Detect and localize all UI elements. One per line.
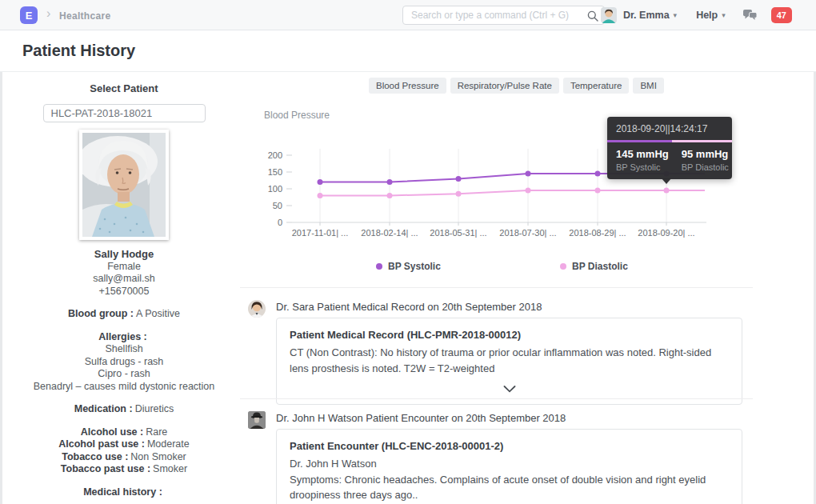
- timeline-entry-encounter: Dr. John H Watson Patient Encounter on 2…: [240, 398, 753, 504]
- tooltip-timestamp: 2018-09-20||14:24:17: [607, 117, 732, 140]
- page-header: Patient History: [0, 30, 816, 72]
- patient-name: Sally Hodge: [16, 248, 232, 261]
- svg-text:2018-02-14| ...: 2018-02-14| ...: [361, 228, 418, 238]
- medication-value: Diuretics: [135, 403, 174, 414]
- chart-title: Blood Pressure: [264, 110, 330, 121]
- blood-group-row: Blood group :A Positive: [16, 308, 232, 321]
- habit-row: Tobacco use :Non Smoker: [16, 451, 232, 464]
- legend-label: BP Systolic: [388, 261, 441, 272]
- breadcrumb[interactable]: Healthcare: [59, 10, 110, 22]
- expand-chevron-down-icon[interactable]: [498, 382, 521, 397]
- diastolic-dot-icon: [560, 263, 566, 270]
- entry-heading: Dr. John H Watson Patient Encounter on 2…: [276, 412, 566, 424]
- card-text: Dr. John H Watson: [290, 456, 729, 472]
- global-search: [402, 6, 605, 25]
- habit-row: Alcohol use :Rare: [16, 426, 232, 439]
- card-text: CT (Non Contrast): No history of trauma …: [290, 345, 729, 376]
- svg-text:2018-07-30| ...: 2018-07-30| ...: [499, 228, 556, 238]
- tooltip-value: 145 mmHg: [616, 148, 669, 160]
- card-text: Symptoms: Chronic headaches. Complains o…: [290, 472, 729, 503]
- patient-email: sally@mail.sh: [16, 273, 232, 286]
- medication-row: Medication :Diuretics: [16, 403, 232, 416]
- page-title: Patient History: [22, 42, 135, 60]
- habit-label: Alcohol use :: [81, 426, 143, 438]
- habit-label: Alcohol past use :: [58, 438, 145, 450]
- medication-label: Medication :: [74, 403, 133, 414]
- habit-value: Non Smoker: [130, 451, 186, 462]
- allergies-section: Allergies : Shellfish Sulfa drugs - rash…: [16, 331, 232, 394]
- habits-section: Alcohol use :Rare Alcohol past use :Mode…: [16, 426, 232, 476]
- tab-respiratory-pulse-rate[interactable]: Respiratory/Pulse Rate: [450, 78, 559, 94]
- page-edge: [0, 72, 2, 504]
- tab-blood-pressure[interactable]: Blood Pressure: [369, 78, 446, 94]
- patient-photo: [79, 130, 169, 240]
- tooltip-divider: [607, 140, 732, 142]
- svg-text:2018-05-31| ...: 2018-05-31| ...: [430, 228, 486, 238]
- breadcrumb-chevron-icon: ›: [46, 6, 50, 21]
- vitals-tabs: Blood Pressure Respiratory/Pulse Rate Te…: [369, 78, 664, 94]
- tooltip-label: BP Diastolic: [682, 162, 729, 172]
- legend-label: BP Diastolic: [572, 261, 628, 272]
- patient-details: Sally Hodge Female sally@mail.sh +156700…: [16, 248, 232, 498]
- help-menu[interactable]: Help: [696, 10, 718, 21]
- tooltip-diastolic: 95 mmHg BP Diastolic: [682, 148, 729, 172]
- blood-group-value: A Positive: [136, 308, 180, 319]
- timeline-entry-medical-record: Dr. Sara Patient Medical Record on 20th …: [240, 287, 753, 398]
- chat-icon[interactable]: [743, 10, 757, 21]
- habit-label: Tobacco use :: [62, 451, 128, 462]
- svg-text:200: 200: [268, 150, 282, 160]
- search-icon[interactable]: [587, 10, 598, 25]
- patient-id-input[interactable]: [43, 104, 206, 122]
- tooltip-value: 95 mmHg: [682, 148, 729, 160]
- habit-label: Tobacco past use :: [61, 463, 150, 474]
- doctor-watson-avatar: [248, 411, 266, 429]
- top-navbar: E › Healthcare Dr. Emma ▾ Help ▾: [0, 0, 816, 30]
- notification-badge[interactable]: 47: [771, 7, 792, 23]
- svg-text:2017-11-01| ...: 2017-11-01| ...: [292, 228, 349, 238]
- help-caret-down-icon[interactable]: ▾: [722, 11, 726, 19]
- patient-gender: Female: [16, 261, 232, 274]
- svg-text:50: 50: [273, 201, 282, 210]
- user-avatar[interactable]: [601, 7, 617, 23]
- app-logo[interactable]: E: [20, 6, 38, 24]
- select-patient-label: Select Patient: [4, 82, 244, 94]
- svg-text:0: 0: [278, 218, 282, 227]
- chart-tooltip: 2018-09-20||14:24:17 145 mmHg BP Systoli…: [607, 117, 732, 179]
- legend-bp-systolic[interactable]: BP Systolic: [376, 261, 441, 272]
- svg-text:2018-08-29| ...: 2018-08-29| ...: [569, 228, 626, 238]
- user-caret-down-icon[interactable]: ▾: [674, 11, 678, 19]
- svg-text:100: 100: [268, 184, 282, 194]
- patient-sidebar: Select Patient: [4, 72, 244, 498]
- content-area: Select Patient: [0, 72, 816, 504]
- habit-value: Moderate: [147, 438, 190, 450]
- medical-record-card: Patient Medical Record (HLC-PMR-2018-000…: [276, 318, 742, 405]
- habit-row: Tobacco past use :Smoker: [16, 463, 232, 476]
- doctor-sara-avatar: [248, 300, 266, 318]
- search-input[interactable]: [403, 6, 604, 24]
- card-title: Patient Medical Record (HLC-PMR-2018-000…: [290, 329, 729, 341]
- systolic-dot-icon: [376, 263, 382, 270]
- allergy-item: Shellfish: [16, 343, 232, 356]
- tooltip-caret: [662, 178, 671, 184]
- habit-value: Smoker: [153, 463, 187, 474]
- allergy-item: Benadryl – causes mild dystonic reaction: [16, 381, 232, 394]
- navbar-right-cluster: Dr. Emma ▾ Help ▾ 47: [601, 0, 792, 30]
- patient-phone: +15670005: [16, 286, 232, 298]
- user-menu[interactable]: Dr. Emma: [623, 10, 670, 21]
- tooltip-label: BP Systolic: [616, 162, 669, 172]
- allergies-label: Allergies :: [16, 331, 230, 344]
- tab-bmi[interactable]: BMI: [633, 78, 663, 94]
- legend-bp-diastolic[interactable]: BP Diastolic: [560, 261, 628, 272]
- encounter-card: Patient Encounter (HLC-ENC-2018-00001-2)…: [276, 429, 742, 504]
- allergy-item: Sulfa drugs - rash: [16, 356, 232, 369]
- card-title: Patient Encounter (HLC-ENC-2018-00001-2): [290, 440, 729, 452]
- svg-text:150: 150: [268, 167, 282, 177]
- entry-heading: Dr. Sara Patient Medical Record on 20th …: [276, 301, 542, 313]
- medical-history-section: Medical history :: [16, 486, 232, 499]
- habit-value: Rare: [146, 426, 167, 438]
- allergy-item: Cipro - rash: [16, 368, 232, 381]
- tab-temperature[interactable]: Temperature: [563, 78, 630, 94]
- medical-history-label: Medical history :: [16, 486, 230, 499]
- tooltip-systolic: 145 mmHg BP Systolic: [616, 148, 669, 172]
- svg-text:2018-09-20| ...: 2018-09-20| ...: [638, 228, 694, 238]
